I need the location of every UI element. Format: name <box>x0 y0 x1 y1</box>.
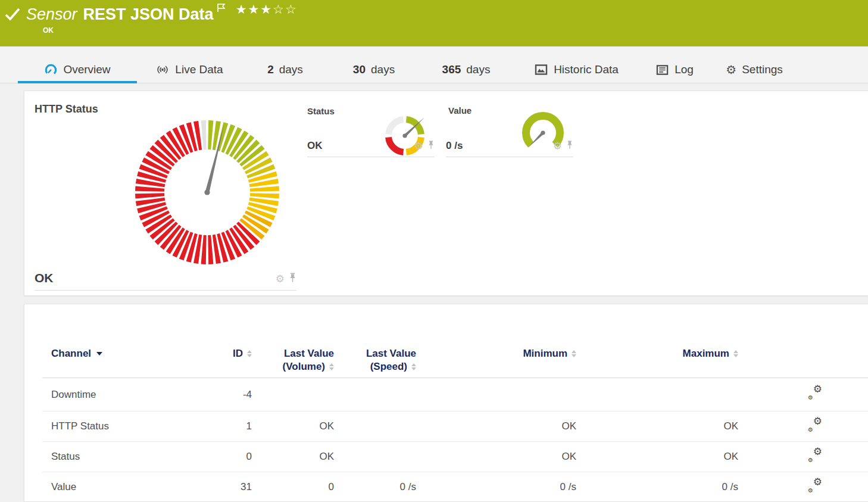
panel-footer: OK ⚙ <box>35 271 296 291</box>
table-row: HTTP Status1OKOKOK⚙⚙ <box>42 411 868 442</box>
tab-label: days <box>279 63 303 76</box>
column-label: Minimum <box>523 347 567 360</box>
tab-label: days <box>466 63 490 76</box>
table-row: Status0OKOKOK⚙⚙ <box>42 442 868 472</box>
column-header-id[interactable]: ID <box>212 347 252 373</box>
cell-maximum: 0 /s <box>576 481 738 493</box>
priority-stars[interactable]: ★★★☆☆ <box>236 2 298 17</box>
cell-channel[interactable]: HTTP Status <box>42 420 212 432</box>
sort-icon[interactable] <box>572 350 576 357</box>
channels-table-body: Downtime-4⚙⚙HTTP Status1OKOKOK⚙⚙Status0O… <box>42 378 868 502</box>
gauge-settings-gear-icon[interactable]: ⚙ <box>553 141 562 151</box>
channel-settings-gears-icon[interactable]: ⚙⚙ <box>808 479 822 493</box>
tab-overview[interactable]: Overview <box>18 57 137 83</box>
cell-id: 31 <box>212 481 252 493</box>
stars-filled: ★★★ <box>236 2 273 16</box>
channels-table-panel: ChannelIDLast Value(Volume)Last Value(Sp… <box>24 304 868 502</box>
tab-number: 2 <box>267 63 274 76</box>
gauge-settings-gear-icon[interactable]: ⚙ <box>276 274 285 284</box>
tab-label: Live Data <box>175 63 223 76</box>
cell-channel[interactable]: Status <box>42 451 212 463</box>
sensor-header: Sensor REST JSON Data ★★★☆☆ OK <box>0 0 868 46</box>
cell-channel[interactable]: Value <box>42 481 212 493</box>
sort-icon[interactable] <box>733 350 738 357</box>
gauge-value-label: OK <box>307 140 323 152</box>
channel-settings-gears-icon[interactable]: ⚙⚙ <box>808 386 822 400</box>
tab-label: days <box>371 63 395 76</box>
http-status-gauge <box>131 116 283 269</box>
panel-title: HTTP Status <box>35 103 296 116</box>
channels-table-header: ChannelIDLast Value(Volume)Last Value(Sp… <box>42 347 868 373</box>
tab-label: Overview <box>63 63 110 76</box>
cell-last-value-volume: OK <box>252 451 334 463</box>
value-gauge-panel: Value 0 /s ⚙ <box>446 105 573 157</box>
tab-settings[interactable]: ⚙Settings <box>710 57 799 83</box>
sort-icon[interactable] <box>411 363 416 370</box>
stars-empty: ☆☆ <box>273 2 298 16</box>
cell-id: -4 <box>212 389 252 401</box>
cell-maximum: OK <box>576 420 738 432</box>
status-check-icon <box>5 8 20 23</box>
cell-last-value-volume: OK <box>252 420 334 432</box>
chart-icon <box>534 63 548 76</box>
table-row: Value3100 /s0 /s0 /s⚙⚙ <box>42 472 868 502</box>
sensor-status-badge: OK <box>43 26 54 35</box>
cell-maximum: OK <box>576 451 738 463</box>
column-label: Last Value <box>284 347 334 360</box>
panel-footer: 0 /s ⚙ <box>446 140 573 157</box>
tab-2-days[interactable]: 2days <box>242 57 329 83</box>
column-header-last_volume[interactable]: Last Value(Volume) <box>252 347 334 373</box>
pin-icon[interactable] <box>289 273 296 285</box>
column-label-line2: (Speed) <box>370 360 407 373</box>
gauge-value-label: 0 /s <box>446 140 463 152</box>
cell-last-value-volume: 0 <box>252 481 334 493</box>
cell-last-value-speed: 0 /s <box>334 481 416 493</box>
tab-bar: OverviewLive Data2days30days365daysHisto… <box>0 46 868 83</box>
sort-icon[interactable] <box>329 363 334 370</box>
column-label: Maximum <box>683 347 729 360</box>
tab-number: 30 <box>353 63 366 76</box>
table-row: Downtime-4⚙⚙ <box>42 378 868 411</box>
tab-historic-data[interactable]: Historic Data <box>513 57 639 83</box>
cell-id: 1 <box>212 420 252 432</box>
cell-id: 0 <box>212 451 252 463</box>
tab-log[interactable]: Log <box>639 57 710 83</box>
column-header-max[interactable]: Maximum <box>576 347 738 373</box>
cell-channel[interactable]: Downtime <box>42 389 212 401</box>
tab-365-days[interactable]: 365days <box>419 57 513 83</box>
column-header-min[interactable]: Minimum <box>416 347 576 373</box>
tab-30-days[interactable]: 30days <box>329 57 419 83</box>
object-kind-label: Sensor <box>26 4 77 24</box>
cell-minimum: OK <box>416 420 576 432</box>
gauges-panel: HTTP Status OK ⚙ Status OK ⚙ <box>24 91 868 296</box>
log-icon <box>655 64 669 76</box>
pin-icon[interactable] <box>427 141 435 152</box>
cell-minimum: 0 /s <box>416 481 576 493</box>
column-header-last_speed[interactable]: Last Value(Speed) <box>334 347 416 373</box>
gauge-settings-gear-icon[interactable]: ⚙ <box>414 141 423 151</box>
column-label: Channel <box>51 347 91 360</box>
channel-settings-gears-icon[interactable]: ⚙⚙ <box>808 418 822 432</box>
status-gauge-panel: Status OK ⚙ <box>307 106 435 157</box>
sort-icon[interactable] <box>247 350 252 357</box>
gauge-icon <box>44 63 58 77</box>
broadcast-icon <box>155 64 170 76</box>
sensor-overview-page: Sensor REST JSON Data ★★★☆☆ OK OverviewL… <box>0 0 868 502</box>
tab-live-data[interactable]: Live Data <box>137 57 242 83</box>
http-status-gauge-panel: HTTP Status OK ⚙ <box>35 103 296 291</box>
tab-label: Settings <box>742 63 783 76</box>
sort-desc-icon[interactable] <box>96 352 102 356</box>
channel-settings-gears-icon[interactable]: ⚙⚙ <box>808 448 822 463</box>
flag-icon[interactable] <box>217 3 226 17</box>
tab-label: Historic Data <box>554 63 619 76</box>
tab-number: 365 <box>442 63 461 76</box>
gauge-value-label: OK <box>35 271 54 285</box>
column-label-line2: (Volume) <box>283 360 325 373</box>
pin-icon[interactable] <box>566 141 573 152</box>
cell-minimum: OK <box>416 451 576 463</box>
column-header-channel[interactable]: Channel <box>42 347 212 373</box>
settings-gear-icon: ⚙ <box>726 64 736 76</box>
column-label: Last Value <box>366 347 416 360</box>
sensor-title: REST JSON Data <box>83 4 214 24</box>
tab-label: Log <box>675 63 694 76</box>
